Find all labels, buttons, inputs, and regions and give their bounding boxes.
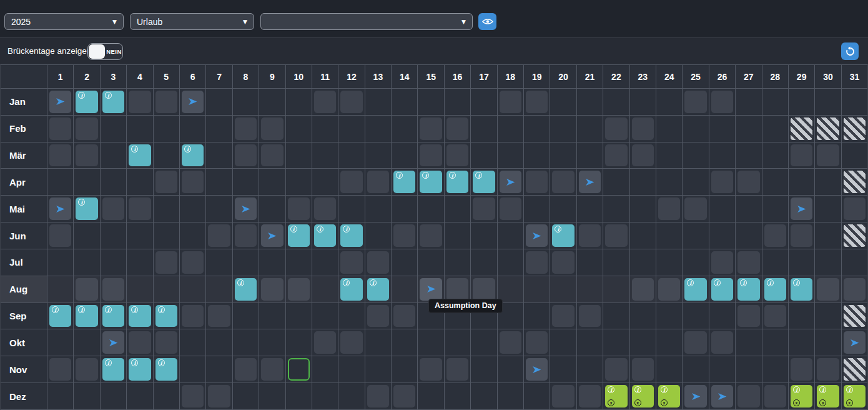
day-cell-Apr-21[interactable] xyxy=(577,169,603,195)
day-cell-Jan-30[interactable] xyxy=(815,89,841,115)
day-cell-Mär-30[interactable] xyxy=(815,142,841,169)
day-cell-Apr-6[interactable] xyxy=(180,169,206,195)
day-cell-Dez-26[interactable] xyxy=(709,383,736,409)
day-cell-Aug-14[interactable] xyxy=(392,276,418,302)
day-cell-Jun-14[interactable] xyxy=(392,222,418,249)
day-cell-Feb-1[interactable] xyxy=(47,116,74,142)
day-cell-Okt-2[interactable] xyxy=(74,329,100,356)
day-cell-Dez-29[interactable]: ix xyxy=(789,383,815,409)
day-cell-Jun-6[interactable] xyxy=(180,222,206,249)
day-cell-Dez-24[interactable]: ix xyxy=(656,383,683,409)
day-cell-Dez-2[interactable] xyxy=(74,383,100,409)
day-cell-Sep-3[interactable]: i xyxy=(101,303,127,329)
day-cell-Dez-13[interactable] xyxy=(365,383,392,409)
day-cell-Nov-22[interactable] xyxy=(603,356,629,382)
day-cell-Jun-2[interactable] xyxy=(74,222,100,249)
day-cell-Apr-9[interactable] xyxy=(259,169,285,195)
day-cell-Nov-13[interactable] xyxy=(365,356,392,382)
day-cell-Apr-26[interactable] xyxy=(709,169,736,195)
day-cell-Aug-30[interactable] xyxy=(815,276,841,302)
day-cell-Feb-14[interactable] xyxy=(392,116,418,142)
day-cell-Jul-3[interactable] xyxy=(101,249,127,276)
day-cell-Aug-3[interactable] xyxy=(101,276,127,302)
day-cell-Sep-6[interactable] xyxy=(180,303,206,329)
cancel-icon[interactable]: x xyxy=(661,399,668,406)
day-cell-Sep-5[interactable]: i xyxy=(154,303,180,329)
day-cell-Apr-29[interactable] xyxy=(789,169,815,195)
day-cell-Mär-27[interactable] xyxy=(736,142,762,169)
day-cell-Dez-12[interactable] xyxy=(338,383,365,409)
day-cell-Nov-21[interactable] xyxy=(577,356,603,382)
day-cell-Mai-25[interactable] xyxy=(683,196,709,222)
day-cell-Jan-12[interactable] xyxy=(338,89,365,115)
day-cell-Mai-30[interactable] xyxy=(815,196,841,222)
cancel-icon[interactable]: x xyxy=(634,399,641,406)
day-cell-Mär-2[interactable] xyxy=(74,142,100,169)
day-cell-Aug-5[interactable] xyxy=(154,276,180,302)
day-cell-Dez-21[interactable] xyxy=(577,383,603,409)
day-cell-Jun-13[interactable] xyxy=(365,222,392,249)
day-cell-Aug-25[interactable]: i xyxy=(683,276,709,302)
day-cell-Apr-1[interactable] xyxy=(47,169,74,195)
day-cell-Sep-11[interactable] xyxy=(312,303,338,329)
day-cell-Sep-25[interactable] xyxy=(683,303,709,329)
day-cell-Jul-29[interactable] xyxy=(789,249,815,276)
day-cell-Jan-31[interactable] xyxy=(842,89,867,115)
day-cell-Mai-31[interactable] xyxy=(842,196,867,222)
day-cell-Dez-28[interactable] xyxy=(762,383,789,409)
day-cell-Mai-28[interactable] xyxy=(762,196,789,222)
day-cell-Mär-4[interactable]: i xyxy=(127,142,153,169)
day-cell-Dez-8[interactable] xyxy=(233,383,259,409)
day-cell-Okt-23[interactable] xyxy=(630,329,656,356)
day-cell-Jul-14[interactable] xyxy=(392,249,418,276)
day-cell-Mär-10[interactable] xyxy=(286,142,312,169)
day-cell-Jun-16[interactable] xyxy=(445,222,471,249)
day-cell-Nov-11[interactable] xyxy=(312,356,338,382)
day-cell-Feb-4[interactable] xyxy=(127,116,153,142)
cancel-icon[interactable]: x xyxy=(846,399,853,406)
day-cell-Jun-30[interactable] xyxy=(815,222,841,249)
day-cell-Apr-19[interactable] xyxy=(524,169,550,195)
day-cell-Jun-22[interactable] xyxy=(603,222,629,249)
day-cell-Mai-20[interactable] xyxy=(550,196,576,222)
day-cell-Aug-24[interactable] xyxy=(656,276,683,302)
day-cell-Apr-5[interactable] xyxy=(154,169,180,195)
day-cell-Nov-17[interactable] xyxy=(471,356,497,382)
day-cell-Mai-24[interactable] xyxy=(656,196,683,222)
day-cell-Aug-18[interactable] xyxy=(498,276,524,302)
day-cell-Feb-2[interactable] xyxy=(74,116,100,142)
day-cell-Aug-2[interactable] xyxy=(74,276,100,302)
day-cell-Jun-4[interactable] xyxy=(127,222,153,249)
day-cell-Sep-7[interactable] xyxy=(206,303,232,329)
day-cell-Mär-16[interactable] xyxy=(445,142,471,169)
day-cell-Sep-12[interactable] xyxy=(338,303,365,329)
day-cell-Sep-8[interactable] xyxy=(233,303,259,329)
day-cell-Dez-5[interactable] xyxy=(154,383,180,409)
day-cell-Feb-21[interactable] xyxy=(577,116,603,142)
day-cell-Jun-12[interactable]: i xyxy=(338,222,365,249)
day-cell-Feb-9[interactable] xyxy=(259,116,285,142)
day-cell-Dez-23[interactable]: ix xyxy=(630,383,656,409)
day-cell-Jul-7[interactable] xyxy=(206,249,232,276)
day-cell-Nov-26[interactable] xyxy=(709,356,736,382)
day-cell-Dez-17[interactable] xyxy=(471,383,497,409)
day-cell-Jan-23[interactable] xyxy=(630,89,656,115)
day-cell-Jul-15[interactable] xyxy=(418,249,444,276)
day-cell-Okt-22[interactable] xyxy=(603,329,629,356)
day-cell-Mai-1[interactable] xyxy=(47,196,74,222)
day-cell-Nov-28[interactable] xyxy=(762,356,789,382)
day-cell-Nov-5[interactable]: i xyxy=(154,356,180,382)
day-cell-Jan-1[interactable] xyxy=(47,89,74,115)
day-cell-Mai-29[interactable] xyxy=(789,196,815,222)
day-cell-Jan-13[interactable] xyxy=(365,89,392,115)
day-cell-Feb-15[interactable] xyxy=(418,116,444,142)
day-cell-Apr-11[interactable] xyxy=(312,169,338,195)
day-cell-Mär-25[interactable] xyxy=(683,142,709,169)
day-cell-Apr-13[interactable] xyxy=(365,169,392,195)
day-cell-Jul-17[interactable] xyxy=(471,249,497,276)
day-cell-Jan-10[interactable] xyxy=(286,89,312,115)
day-cell-Feb-28[interactable] xyxy=(762,116,789,142)
day-cell-Dez-20[interactable] xyxy=(550,383,576,409)
day-cell-Nov-30[interactable] xyxy=(815,356,841,382)
day-cell-Mai-15[interactable] xyxy=(418,196,444,222)
